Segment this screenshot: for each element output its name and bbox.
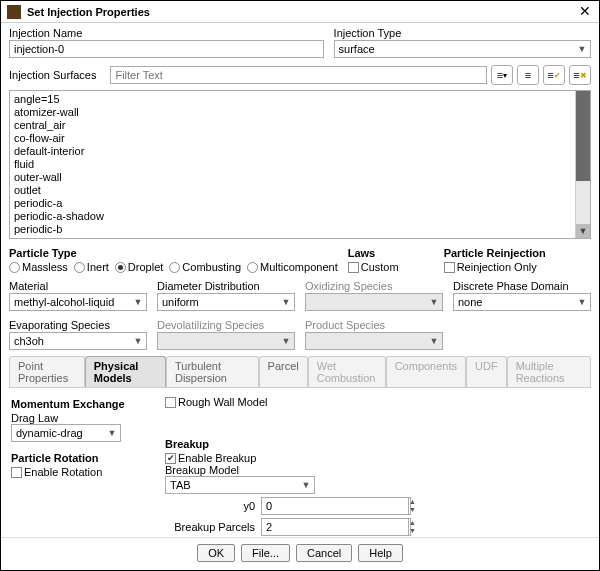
laws-label: Laws [348,247,434,259]
list-item[interactable]: periodic-a [14,197,571,210]
product-combo: ▼ [305,332,443,350]
scroll-down-icon[interactable]: ▼ [576,224,590,238]
list-item[interactable]: default-interior [14,145,571,158]
spin-up-icon[interactable]: ▲ [409,519,416,527]
y0-value[interactable] [262,498,408,514]
spin-up-icon[interactable]: ▲ [409,498,416,506]
tab-components: Components [386,356,466,387]
spin-down-icon[interactable]: ▼ [409,527,416,535]
tab-multiple-reactions: Multiple Reactions [507,356,591,387]
tab-parcel[interactable]: Parcel [259,356,308,387]
breakup-model-value: TAB [170,479,191,491]
rough-wall-text: Rough Wall Model [178,396,267,408]
window-title: Set Injection Properties [27,6,577,18]
domain-value: none [458,296,482,308]
particle-type-radios: MasslessInertDropletCombustingMulticompo… [9,261,338,273]
surfaces-filter-input[interactable] [110,66,487,84]
breakup-parcels-value[interactable] [262,519,408,535]
list-item[interactable]: angle=15 [14,93,571,106]
deselect-icon[interactable]: ≡✖ [569,65,591,85]
drag-law-value: dynamic-drag [16,427,83,439]
radio-label: Multicomponent [260,261,338,273]
tab-physical-models[interactable]: Physical Models [85,356,166,387]
list-item[interactable]: co-flow-air [14,132,571,145]
breakup-parcels-input[interactable]: ▲▼ [261,518,411,536]
oxidizing-label: Oxidizing Species [305,280,443,292]
y0-label: y0 [165,500,255,512]
list-item[interactable]: periodic-a-shadow [14,210,571,223]
radio-icon [169,262,180,273]
tab-wet-combustion: Wet Combustion [308,356,386,387]
drag-law-combo[interactable]: dynamic-drag▼ [11,424,121,442]
rough-wall-check[interactable]: Rough Wall Model [165,396,411,408]
enable-breakup-check[interactable]: Enable Breakup [165,452,411,464]
breakup-model-combo[interactable]: TAB▼ [165,476,315,494]
diameter-combo[interactable]: uniform▼ [157,293,295,311]
close-icon[interactable]: ✕ [577,4,593,20]
checkbox-icon [348,262,359,273]
select-shown-icon[interactable]: ≡✔ [543,65,565,85]
checkbox-icon [165,453,176,464]
evap-combo[interactable]: ch3oh▼ [9,332,147,350]
help-button[interactable]: Help [358,544,403,562]
particle-type-inert[interactable]: Inert [74,261,109,273]
list-item[interactable]: atomizer-wall [14,106,571,119]
injection-surfaces-label: Injection Surfaces [9,69,96,81]
ok-button[interactable]: OK [197,544,235,562]
injection-name-label: Injection Name [9,27,324,39]
particle-type-massless[interactable]: Massless [9,261,68,273]
injection-type-combo[interactable]: surface ▼ [334,40,591,58]
radio-icon [115,262,126,273]
momentum-exchange-label: Momentum Exchange [11,398,141,410]
list-item[interactable]: fluid [14,158,571,171]
spin-down-icon[interactable]: ▼ [409,506,416,514]
radio-icon [74,262,85,273]
y0-input[interactable]: ▲▼ [261,497,411,515]
particle-type-label: Particle Type [9,247,338,259]
scrollbar-thumb[interactable] [576,91,590,181]
radio-label: Droplet [128,261,163,273]
file-button[interactable]: File... [241,544,290,562]
injection-type-label: Injection Type [334,27,591,39]
enable-rotation-text: Enable Rotation [24,466,102,478]
devol-label: Devolatilizing Species [157,319,295,331]
list-item[interactable]: periodic-b [14,223,571,236]
tab-turbulent-dispersion[interactable]: Turbulent Dispersion [166,356,259,387]
select-all-icon[interactable]: ≡ [517,65,539,85]
enable-breakup-text: Enable Breakup [178,452,256,464]
material-combo[interactable]: methyl-alcohol-liquid▼ [9,293,147,311]
domain-label: Discrete Phase Domain [453,280,591,292]
chevron-down-icon: ▼ [428,336,440,346]
list-item[interactable]: outer-wall [14,171,571,184]
radio-label: Combusting [182,261,241,273]
reinjection-only-check[interactable]: Reinjection Only [444,261,537,273]
chevron-down-icon: ▼ [280,297,292,307]
drag-law-label: Drag Law [11,412,58,424]
checkbox-icon [444,262,455,273]
list-toggle-icon[interactable]: ≡▾ [491,65,513,85]
custom-law-check[interactable]: Custom [348,261,399,273]
evap-label: Evaporating Species [9,319,147,331]
list-item[interactable]: central_air [14,119,571,132]
breakup-label: Breakup [165,438,411,450]
tab-point-properties[interactable]: Point Properties [9,356,85,387]
material-label: Material [9,280,147,292]
injection-type-value: surface [339,43,375,55]
reinjection-label: Particle Reinjection [444,247,591,259]
scrollbar[interactable]: ▼ [575,91,590,238]
domain-combo[interactable]: none▼ [453,293,591,311]
surfaces-list[interactable]: angle=15atomizer-wallcentral_airco-flow-… [9,90,591,239]
chevron-down-icon: ▼ [280,336,292,346]
radio-icon [247,262,258,273]
enable-rotation-check[interactable]: Enable Rotation [11,466,141,478]
particle-type-combusting[interactable]: Combusting [169,261,241,273]
injection-name-input[interactable] [9,40,324,58]
breakup-parcels-label: Breakup Parcels [165,521,255,533]
particle-type-multicomponent[interactable]: Multicomponent [247,261,338,273]
cancel-button[interactable]: Cancel [296,544,352,562]
particle-rotation-label: Particle Rotation [11,452,141,464]
particle-type-droplet[interactable]: Droplet [115,261,163,273]
chevron-down-icon: ▼ [576,44,588,54]
list-item[interactable]: outlet [14,184,571,197]
chevron-down-icon: ▼ [428,297,440,307]
